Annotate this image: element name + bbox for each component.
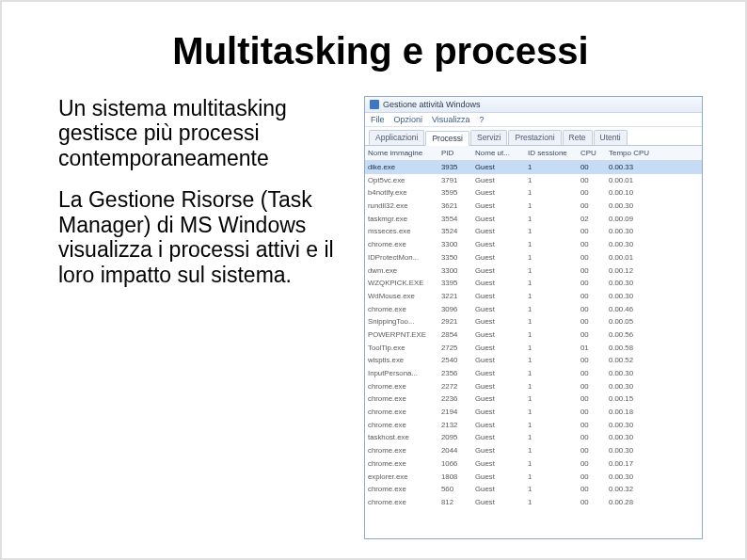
content-row: Un sistema multitasking gestisce più pro… <box>58 96 703 539</box>
cell-pid: 3300 <box>441 239 475 250</box>
cell-sid: 1 <box>528 472 580 483</box>
cell-time: 0.00.30 <box>609 226 661 237</box>
cell-pid: 3221 <box>441 291 475 302</box>
table-row[interactable]: IDProtectMon...3350Guest1000.00.01 <box>365 251 702 264</box>
table-row[interactable]: explorer.exe1808Guest1000.00.30 <box>365 471 702 484</box>
cell-sid: 1 <box>528 265 580 277</box>
cell-pid: 1808 <box>441 472 475 483</box>
table-row[interactable]: WZQKPICK.EXE3395Guest1000.00.30 <box>365 277 702 290</box>
cell-cpu: 00 <box>580 316 609 328</box>
cell-pid: 812 <box>441 497 475 508</box>
col-pid[interactable]: PID <box>441 149 475 157</box>
table-row[interactable]: chrome.exe2272Guest1000.00.30 <box>365 380 702 393</box>
cell-pid: 2194 <box>441 407 475 418</box>
tab-performance[interactable]: Prestazioni <box>508 130 561 145</box>
cell-cpu: 00 <box>580 407 609 418</box>
cell-sid: 1 <box>528 214 580 225</box>
cell-sid: 1 <box>528 407 580 418</box>
cell-name: WZQKPICK.EXE <box>368 278 441 289</box>
table-row[interactable]: chrome.exe812Guest1000.00.28 <box>365 496 702 509</box>
menu-help[interactable]: ? <box>479 115 484 124</box>
col-cputime[interactable]: Tempo CPU <box>609 149 661 157</box>
cell-name: wisptis.exe <box>368 355 441 366</box>
table-row[interactable]: POWERPNT.EXE2854Guest1000.00.56 <box>365 328 702 342</box>
table-row[interactable]: SnippingToo...2921Guest1000.00.05 <box>365 315 702 328</box>
cell-pid: 2540 <box>441 355 475 366</box>
cell-user: Guest <box>475 484 528 495</box>
cell-cpu: 00 <box>580 265 609 277</box>
slide-title: Multitasking e processi <box>58 30 703 72</box>
table-row[interactable]: chrome.exe2194Guest1000.00.18 <box>365 406 702 419</box>
cell-time: 0.00.30 <box>609 278 661 289</box>
cell-pid: 3524 <box>441 226 475 237</box>
table-row[interactable]: ToolTip.exe2725Guest1010.00.58 <box>365 342 702 355</box>
cell-pid: 560 <box>441 484 475 495</box>
table-header[interactable]: Nome immagine PID Nome ut... ID sessione… <box>365 146 702 161</box>
cell-cpu: 00 <box>580 484 609 495</box>
col-cpu[interactable]: CPU <box>580 149 609 157</box>
cell-time: 0.00.30 <box>609 381 661 392</box>
cell-name: taskhost.exe <box>368 432 441 443</box>
menu-view[interactable]: Visualizza <box>432 115 469 124</box>
tab-users[interactable]: Utenti <box>594 130 628 145</box>
cell-pid: 2044 <box>441 445 475 456</box>
cell-time: 0.00.12 <box>609 265 661 277</box>
cell-time: 0.00.15 <box>609 393 661 405</box>
col-name[interactable]: Nome immagine <box>368 149 441 157</box>
cell-user: Guest <box>475 252 528 264</box>
col-user[interactable]: Nome ut... <box>475 149 528 157</box>
table-row[interactable]: chrome.exe2044Guest1000.00.30 <box>365 444 702 457</box>
table-row[interactable]: chrome.exe3300Guest1000.00.30 <box>365 238 702 251</box>
table-row[interactable]: chrome.exe2132Guest1000.00.30 <box>365 419 702 432</box>
table-row[interactable]: InputPersona...2356Guest1000.00.30 <box>365 367 702 380</box>
cell-pid: 3395 <box>441 278 475 289</box>
cell-pid: 2854 <box>441 329 475 341</box>
cell-user: Guest <box>475 329 528 341</box>
cell-cpu: 00 <box>580 226 609 237</box>
tab-services[interactable]: Servizi <box>470 130 508 145</box>
tab-applications[interactable]: Applicazioni <box>369 130 424 145</box>
cell-user: Guest <box>475 407 528 418</box>
window-titlebar[interactable]: Gestione attività Windows <box>365 97 702 113</box>
table-row[interactable]: WdMouse.exe3221Guest1000.00.30 <box>365 290 702 303</box>
table-row[interactable]: chrome.exe2236Guest1000.00.15 <box>365 392 702 406</box>
table-row[interactable]: chrome.exe3096Guest1000.00.46 <box>365 303 702 316</box>
cell-cpu: 00 <box>580 420 609 431</box>
table-row[interactable]: wisptis.exe2540Guest1000.00.52 <box>365 354 702 367</box>
cell-cpu: 00 <box>580 432 609 443</box>
cell-user: Guest <box>475 458 528 470</box>
cell-sid: 1 <box>528 200 580 212</box>
table-row[interactable]: dike.exe3935Guest1000.00.33 <box>365 161 702 174</box>
cell-name: Opt5vc.exe <box>368 175 441 186</box>
table-row[interactable]: Opt5vc.exe3791Guest1000.00.01 <box>365 174 702 187</box>
cell-user: Guest <box>475 472 528 483</box>
table-row[interactable]: b4notify.exe3595Guest1000.00.10 <box>365 186 702 200</box>
cell-time: 0.00.30 <box>609 432 661 443</box>
table-row[interactable]: msseces.exe3524Guest1000.00.30 <box>365 225 702 238</box>
tab-network[interactable]: Rete <box>563 130 593 145</box>
cell-user: Guest <box>475 497 528 508</box>
cell-cpu: 00 <box>580 252 609 264</box>
table-row[interactable]: dwm.exe3300Guest1000.00.12 <box>365 264 702 278</box>
cell-cpu: 00 <box>580 355 609 366</box>
cell-name: chrome.exe <box>368 304 441 315</box>
cell-time: 0.00.33 <box>609 162 661 173</box>
cell-sid: 1 <box>528 432 580 443</box>
text-column: Un sistema multitasking gestisce più pro… <box>58 96 350 539</box>
table-row[interactable]: taskmgr.exe3554Guest1020.00.09 <box>365 213 702 226</box>
cell-sid: 1 <box>528 252 580 264</box>
cell-pid: 2356 <box>441 368 475 379</box>
tab-processes[interactable]: Processi <box>425 131 469 146</box>
table-row[interactable]: chrome.exe560Guest1000.00.32 <box>365 483 702 496</box>
cell-user: Guest <box>475 304 528 315</box>
table-row[interactable]: chrome.exe1066Guest1000.00.17 <box>365 457 702 471</box>
cell-sid: 1 <box>528 226 580 237</box>
menu-options[interactable]: Opzioni <box>394 115 423 124</box>
table-row[interactable]: taskhost.exe2095Guest1000.00.30 <box>365 431 702 444</box>
col-session[interactable]: ID sessione <box>528 149 580 157</box>
menu-file[interactable]: File <box>371 115 385 124</box>
cell-user: Guest <box>475 368 528 379</box>
table-row[interactable]: rundll32.exe3621Guest1000.00.30 <box>365 200 702 213</box>
cell-sid: 1 <box>528 187 580 199</box>
cell-pid: 2272 <box>441 381 475 392</box>
